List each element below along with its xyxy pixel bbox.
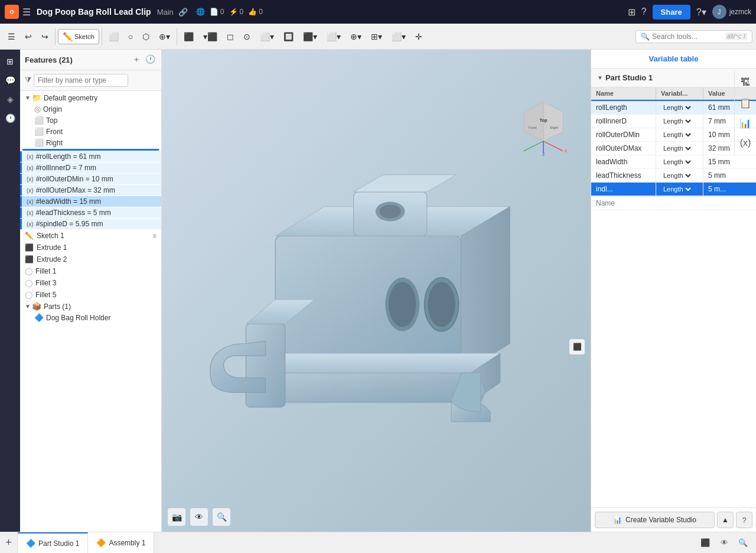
- search-input[interactable]: [652, 32, 723, 41]
- extrude-2-item[interactable]: ⬛ Extrude 2: [20, 253, 161, 265]
- menu-icon[interactable]: ☰: [22, 6, 31, 18]
- var-row-1-type-select[interactable]: Length: [661, 117, 693, 125]
- var-row-0-type-select[interactable]: Length: [661, 103, 693, 112]
- var-icon-2[interactable]: 📋: [737, 95, 754, 111]
- var-icon-3[interactable]: 📊: [737, 115, 754, 131]
- var-row-3-type-select[interactable]: Length: [661, 144, 693, 152]
- features-icon[interactable]: ⊞: [2, 53, 18, 70]
- create-vs-dropdown-button[interactable]: ▲: [717, 512, 734, 528]
- var-item-0[interactable]: (x) #rollLength = 61 mm: [20, 151, 161, 162]
- sketch-button[interactable]: ✏️ Sketch: [58, 29, 99, 44]
- toolbar-btn-15[interactable]: ⬜▾: [387, 30, 410, 44]
- new-var-name-input[interactable]: [591, 197, 756, 210]
- sketch-1-item[interactable]: ✏️ Sketch 1 ≡: [20, 230, 161, 242]
- create-variable-studio-button[interactable]: 📊 Create Variable Studio: [595, 512, 715, 528]
- var-row-5[interactable]: leadThickness Length 5 mm: [591, 169, 756, 183]
- tree-item-top[interactable]: ⬜ Top: [20, 115, 161, 126]
- onshape-logo[interactable]: O: [5, 5, 19, 19]
- var-row-1[interactable]: rollInnerD Length 7 mm: [591, 115, 756, 128]
- bottom-btn-3[interactable]: 🔍: [735, 536, 751, 550]
- undo-button[interactable]: ↩: [21, 30, 36, 44]
- var-icon-1[interactable]: 🏗: [737, 74, 754, 91]
- tree-item-default-geometry[interactable]: ▼ 📁 Default geometry: [20, 92, 161, 103]
- toolbar-btn-11[interactable]: ⬛▾: [299, 30, 321, 44]
- nav-cube[interactable]: Top Right Front X Z: [514, 97, 573, 156]
- var-item-6[interactable]: (x) #spindleD = 5.95 mm: [20, 219, 161, 229]
- var-row-partial-type-select[interactable]: Length: [661, 185, 693, 193]
- cube-control[interactable]: ⬛: [569, 339, 585, 354]
- versions-icon[interactable]: 🕐: [2, 110, 18, 126]
- var-item-5[interactable]: (x) #leadThickness = 5 mm: [20, 207, 161, 218]
- extrude-1-item[interactable]: ⬛ Extrude 1: [20, 242, 161, 253]
- history-icon[interactable]: 🕐: [144, 53, 157, 66]
- var-row-4-type[interactable]: Length: [656, 155, 703, 168]
- help-icon[interactable]: ?: [641, 6, 647, 17]
- eye-icon[interactable]: 👁: [190, 508, 208, 526]
- tab-assembly-1[interactable]: 🔶 Assembly 1: [88, 532, 154, 553]
- toolbar-btn-3[interactable]: ⬡: [138, 30, 154, 44]
- create-vs-help-button[interactable]: ?: [736, 512, 752, 528]
- toolbar-btn-13[interactable]: ⊕▾: [346, 30, 366, 44]
- var-row-2[interactable]: rollOuterDMin Length 10 mm: [591, 128, 756, 142]
- tree-item-right[interactable]: ⬜ Right: [20, 137, 161, 148]
- link-icon[interactable]: 🔗: [178, 8, 188, 17]
- var-row-4-type-select[interactable]: Length: [661, 158, 693, 166]
- help-dropdown-icon[interactable]: ?▾: [696, 6, 706, 18]
- comments-icon[interactable]: 💬: [2, 72, 18, 89]
- var-row-2-type[interactable]: Length: [656, 128, 703, 141]
- var-row-3[interactable]: rollOuterDMax Length 32 mm: [591, 142, 756, 155]
- instances-icon[interactable]: ◈: [2, 91, 18, 108]
- toolbar-btn-2[interactable]: ○: [124, 30, 137, 44]
- var-item-3[interactable]: (x) #rollOuterDMax = 32 mm: [20, 185, 161, 196]
- cube-ctrl-button[interactable]: ⬛: [569, 339, 585, 354]
- tab-part-studio-1[interactable]: 🔷 Part Studio 1: [18, 532, 88, 553]
- bottom-btn-2[interactable]: 👁: [716, 536, 732, 550]
- branch-label[interactable]: Main: [157, 8, 174, 17]
- tree-item-front[interactable]: ⬜ Front: [20, 126, 161, 137]
- var-row-1-type[interactable]: Length: [656, 115, 703, 128]
- parts-group[interactable]: ▼ 📦 Parts (1): [20, 301, 161, 312]
- var-item-2[interactable]: (x) #rollOuterDMin = 10 mm: [20, 174, 161, 184]
- fillet-5-item[interactable]: ◯ Fillet 5: [20, 289, 161, 301]
- toolbar-btn-16[interactable]: ✛: [411, 30, 426, 44]
- var-icon-4[interactable]: (x): [737, 135, 754, 151]
- globe-icon[interactable]: 🌐: [196, 8, 205, 16]
- dog-bag-roll-holder-item[interactable]: 🔷 Dog Bag Roll Holder: [20, 312, 161, 323]
- var-row-0-type[interactable]: Length: [656, 101, 703, 114]
- var-row-2-type-select[interactable]: Length: [661, 131, 693, 139]
- fillet-3-item[interactable]: ◯ Fillet 3: [20, 277, 161, 289]
- toolbar-btn-10[interactable]: 🔲: [279, 30, 298, 44]
- var-row-4[interactable]: leadWidth Length 15 mm: [591, 155, 756, 169]
- add-feature-icon[interactable]: ＋: [131, 53, 142, 66]
- toolbar-btn-12[interactable]: ⬜▾: [322, 30, 345, 44]
- var-item-4[interactable]: (x) #leadWidth = 15 mm: [20, 196, 161, 207]
- var-row-partial-type[interactable]: Length: [656, 183, 703, 196]
- toolbar-btn-1[interactable]: ⬜: [105, 30, 123, 44]
- var-row-partial[interactable]: indl... Length 5 m...: [591, 183, 756, 196]
- camera-icon[interactable]: 📷: [168, 508, 185, 526]
- toolbar-btn-7[interactable]: ◻: [223, 30, 238, 44]
- toolbar-btn-5[interactable]: ⬛: [180, 30, 198, 44]
- toolbar-btn-9[interactable]: ⬜▾: [256, 30, 278, 44]
- redo-button[interactable]: ↪: [37, 30, 53, 44]
- tree-item-origin[interactable]: ◎ Origin: [20, 103, 161, 115]
- var-row-5-type[interactable]: Length: [656, 169, 703, 182]
- var-row-3-type[interactable]: Length: [656, 142, 703, 155]
- toolbar-btn-8[interactable]: ⊙: [239, 30, 255, 44]
- bottom-btn-1[interactable]: ⬛: [697, 536, 713, 550]
- share-button[interactable]: Share: [653, 5, 690, 19]
- toolbar-btn-6[interactable]: ▾⬛: [199, 30, 221, 44]
- fillet-1-item[interactable]: ◯ Fillet 1: [20, 265, 161, 277]
- filter-input[interactable]: [34, 74, 128, 87]
- var-row-0[interactable]: rollLength Length 61 mm: [591, 100, 756, 115]
- zoom-icon[interactable]: 🔍: [213, 508, 230, 526]
- add-tab-button[interactable]: +: [0, 532, 18, 553]
- viewport[interactable]: Top Right Front X Z ⬛: [162, 50, 591, 532]
- var-row-5-type-select[interactable]: Length: [661, 171, 693, 180]
- toolbar-menu[interactable]: ☰: [4, 30, 19, 44]
- grid-icon[interactable]: ⊞: [628, 6, 636, 18]
- toolbar-btn-14[interactable]: ⊞▾: [367, 30, 386, 44]
- avatar[interactable]: J: [712, 5, 726, 19]
- var-studio-name[interactable]: ▼ Part Studio 1: [597, 73, 653, 82]
- toolbar-btn-4[interactable]: ⊕▾: [155, 30, 174, 44]
